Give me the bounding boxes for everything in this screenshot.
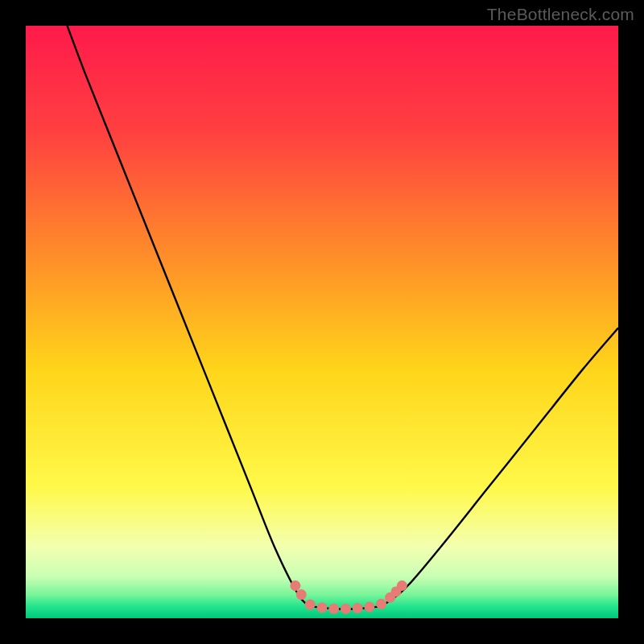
marker-dot bbox=[341, 604, 351, 614]
watermark-text: TheBottleneck.com bbox=[487, 5, 634, 24]
chart-svg bbox=[26, 26, 618, 618]
plot-area bbox=[26, 26, 618, 618]
marker-dot bbox=[376, 599, 386, 609]
marker-dot bbox=[397, 580, 407, 591]
marker-dot bbox=[305, 600, 316, 610]
marker-dot bbox=[364, 602, 374, 613]
marker-dot bbox=[353, 603, 363, 613]
marker-dot bbox=[317, 602, 328, 613]
marker-dot bbox=[290, 580, 300, 591]
marker-dot bbox=[296, 589, 307, 600]
gradient-background bbox=[26, 26, 618, 618]
marker-dot bbox=[328, 604, 339, 614]
app-frame: TheBottleneck.com bbox=[0, 0, 644, 644]
